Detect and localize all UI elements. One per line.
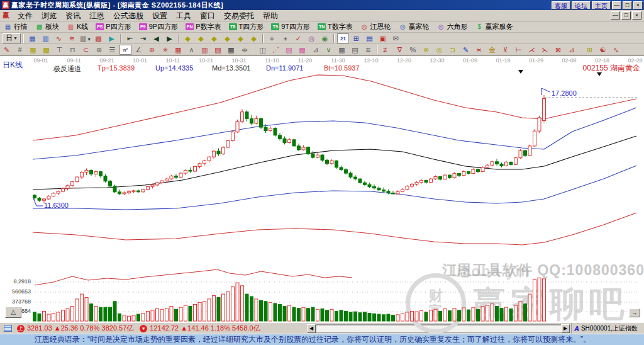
angle-measure-tool[interactable]: ⊿ [565, 45, 577, 55]
black-grid-tool[interactable]: ▦ [225, 45, 237, 55]
scroll-left-arrow[interactable]: ◀ [307, 324, 316, 333]
pink-grid-tool[interactable]: ▨ [283, 45, 295, 55]
flag-icon[interactable]: ▶ [106, 33, 118, 43]
save-icon[interactable]: ▣ [377, 33, 389, 43]
angle2-tool[interactable]: ⊿ [309, 45, 321, 55]
lasso-tool[interactable]: ⊂ [80, 45, 92, 55]
peak-lines-tool[interactable]: ∧ [186, 45, 197, 55]
close-button[interactable]: × [633, 1, 643, 9]
first-bar-button[interactable]: ⇤ [124, 33, 136, 43]
calculator-icon[interactable]: ⊞ [350, 33, 362, 43]
customer-service-button[interactable]: 客服 [552, 1, 570, 9]
dark-grid-tool[interactable]: ▦ [336, 45, 348, 55]
check-wave-tool[interactable]: ∨ [323, 45, 335, 55]
pink-grid9-tool[interactable]: ▩ [296, 45, 308, 55]
mail-icon[interactable]: ✉ [390, 33, 402, 43]
gann-box9-tool[interactable]: ▩ [40, 45, 52, 55]
fib-tool[interactable]: ⊢ [513, 45, 525, 55]
gold-box-tool[interactable]: ⊐ [447, 45, 458, 55]
notepad-icon[interactable]: ▤ [364, 33, 375, 43]
slope1-tool[interactable]: ⊻ [499, 45, 511, 55]
doc-restore-button[interactable]: □ [621, 11, 631, 20]
chart-scroll-right-button[interactable]: → [629, 308, 640, 317]
diamond-left-button[interactable]: ◆ [182, 33, 194, 43]
slope2-tool[interactable]: ⋌ [526, 45, 538, 55]
module-t-number-table-button[interactable]: TNT数字表 [314, 21, 357, 32]
homepage-button[interactable]: 主页 [592, 1, 611, 9]
forum-button[interactable]: 论坛 [572, 1, 591, 9]
cell-grid-tool[interactable]: ⊞ [584, 45, 596, 55]
module-t9-square-button[interactable]: T99T四方形 [267, 21, 314, 32]
width-tool[interactable]: ⇹ [238, 45, 250, 55]
menu-tools[interactable]: 工具 [172, 11, 196, 20]
compass-tool[interactable]: ⊕ [93, 45, 105, 55]
next-bar-button[interactable]: ▶ [164, 33, 175, 43]
menu-settings[interactable]: 设置 [148, 11, 172, 20]
module-winner-service-button[interactable]: $赢家服务 [472, 21, 517, 32]
quotes-grid-icon[interactable] [4, 325, 12, 332]
percent-circle-tool[interactable]: ⊚ [420, 45, 432, 55]
crosshair-icon[interactable]: ＋ [279, 33, 291, 43]
level-tool[interactable]: ≍ [473, 45, 485, 55]
n2-tool[interactable]: n² [119, 45, 131, 55]
comb-lines-tool[interactable]: ☰ [106, 45, 118, 55]
wave-tool[interactable]: ∿ [610, 45, 622, 55]
module-winner-wheel-button[interactable]: ◎赢家轮 [395, 21, 433, 32]
peak-mark-icon[interactable]: ✓ [292, 33, 304, 43]
module-p-number-table-button[interactable]: PNP数字表 [182, 21, 225, 32]
percent-tool[interactable]: % [407, 45, 419, 55]
diamond-center-button[interactable]: ◆ [235, 33, 247, 43]
diamond-shrink-button[interactable]: ◆ [221, 33, 233, 43]
candlestick-chart[interactable] [0, 56, 644, 323]
cycle-window-icon[interactable]: ◎ [306, 33, 318, 43]
percent-down-tool[interactable]: ∇ [394, 45, 406, 55]
prev-bar-button[interactable]: ◀ [150, 33, 162, 43]
kx-grid-icon[interactable]: ▩ [92, 33, 104, 43]
doc-close-button[interactable]: × [632, 11, 641, 20]
calendar-21-icon[interactable]: 21 [337, 33, 349, 43]
tsquare-tool[interactable]: ⊤ [53, 45, 65, 55]
menu-gann[interactable]: 江恩 [85, 11, 109, 20]
module-hexagon-button[interactable]: ◎六角形 [433, 21, 472, 32]
module-sectors-button[interactable]: ▩板块 [31, 21, 63, 32]
fence9-tool[interactable]: ▨ [212, 45, 224, 55]
pin-tool[interactable]: ◫ [257, 45, 269, 55]
target-tool[interactable]: ⊕ [146, 45, 158, 55]
diamond-right-button[interactable]: ◆ [195, 33, 207, 43]
minimize-button[interactable]: — [612, 1, 621, 9]
fan-tool[interactable]: ⋰ [270, 45, 282, 55]
menu-help[interactable]: 帮助 [258, 11, 282, 20]
dark-grid9-tool[interactable]: ▤ [349, 45, 361, 55]
module-quotes-button[interactable]: ▦行情 [0, 21, 31, 32]
kline-style-icon[interactable]: ▥ [40, 33, 52, 43]
chart-area[interactable]: 江恩工具软件 QQ:100800360 赢家聊吧 财富 日K线 09-0109-… [0, 55, 644, 322]
ruler-tool[interactable]: ⊓ [67, 45, 79, 55]
doc-minimize-button[interactable]: — [611, 11, 620, 20]
wave9-icon[interactable]: ≋ [66, 33, 78, 43]
module-p9-square-button[interactable]: P99P四方形 [135, 21, 182, 32]
slope3-tool[interactable]: ⋋ [539, 45, 551, 55]
module-kline-button[interactable]: ▥K线 [63, 21, 92, 32]
pencil-tool[interactable]: ✎ [1, 45, 13, 55]
restore-button[interactable]: □ [623, 1, 632, 9]
diamond-expand-button[interactable]: ◆ [208, 33, 220, 43]
menu-window[interactable]: 窗口 [196, 11, 219, 20]
gann-box-tool[interactable]: ▦ [27, 45, 39, 55]
box-x-tool[interactable]: ⊠ [552, 45, 564, 55]
menu-formula-select[interactable]: 公式选股 [109, 11, 148, 20]
red-grid-tool[interactable]: ▦ [172, 45, 184, 55]
stats-icon[interactable]: ◉ [319, 33, 331, 43]
percent-channel-tool[interactable]: ≢ [380, 45, 392, 55]
gold-section-tool[interactable]: 金 [486, 45, 498, 55]
hash-grid-tool[interactable]: # [14, 45, 26, 55]
module-gann-wheel-button[interactable]: ◎江恩轮 [357, 21, 395, 32]
pan-hand-icon[interactable]: ∗ [266, 33, 278, 43]
angle-cursor-tool[interactable]: ∠ [133, 45, 145, 55]
menu-trade[interactable]: 交易委托 [219, 11, 258, 20]
wave3-icon[interactable]: ∿ [53, 33, 65, 43]
candle-settings-dropdown[interactable]: ▥▼ [79, 33, 91, 43]
hatch-tool[interactable]: ≋ [362, 45, 374, 55]
period-day-dropdown[interactable]: 日▼ [3, 33, 21, 43]
asterisk-tool[interactable]: ✳ [159, 45, 171, 55]
module-t-square-button[interactable]: T8T四方形 [225, 21, 268, 32]
